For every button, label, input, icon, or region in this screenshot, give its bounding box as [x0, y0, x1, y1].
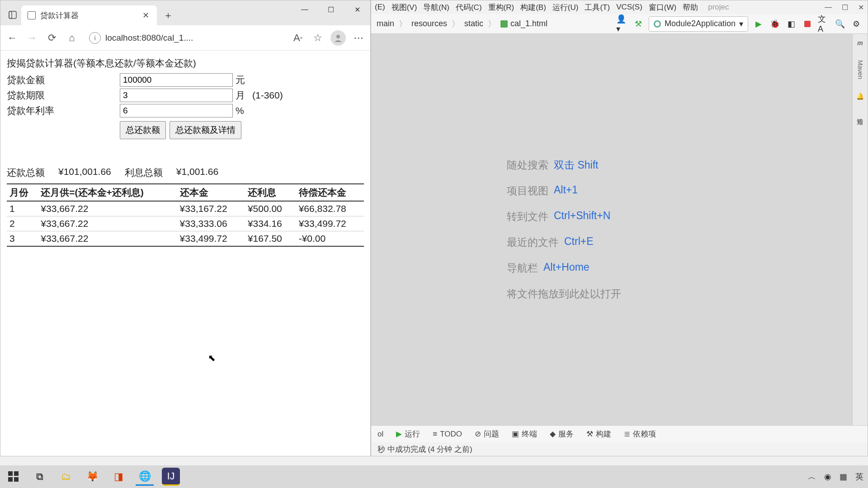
run-config-selector[interactable]: Module2Application ▾: [649, 16, 748, 32]
read-aloud-icon[interactable]: A»: [291, 31, 305, 45]
edge-icon[interactable]: 🌐: [136, 468, 154, 486]
minimize-icon[interactable]: —: [292, 0, 318, 19]
calc-total-button[interactable]: 总还款额: [120, 121, 166, 139]
button-row: 总还款额 总还款额及详情: [7, 121, 364, 139]
more-icon[interactable]: ⋯: [351, 31, 366, 45]
menu-item[interactable]: 视图(V): [392, 2, 417, 13]
table-header-row: 月份还月供=(还本金+还利息)还本金还利息待偿还本金: [7, 184, 364, 201]
breadcrumb[interactable]: static: [464, 19, 483, 28]
table-row: 1¥33,667.22¥33,167.22¥500.00¥66,832.78: [7, 201, 364, 216]
ide-maximize-icon[interactable]: ☐: [842, 3, 848, 12]
menu-item[interactable]: 代码(C): [456, 2, 482, 13]
intellij-icon[interactable]: IJ: [162, 468, 180, 486]
file-explorer-icon[interactable]: 🗂: [57, 468, 75, 486]
maven-icon[interactable]: m: [857, 39, 863, 47]
settings-icon[interactable]: ⚙: [850, 18, 862, 30]
svg-rect-3: [500, 20, 508, 28]
chevron-up-icon[interactable]: ︿: [808, 471, 816, 482]
profile-avatar-icon[interactable]: [330, 30, 346, 46]
user-icon[interactable]: 👤▾: [616, 18, 628, 30]
run-tool-button[interactable]: ▶运行: [396, 429, 420, 439]
label-rate: 贷款年利率: [7, 104, 120, 117]
close-icon[interactable]: ✕: [344, 0, 370, 19]
hint-line: 导航栏Alt+Home: [507, 261, 590, 275]
menu-item[interactable]: 导航(N): [423, 2, 449, 13]
tab-strip: 贷款计算器 ✕ ＋: [0, 0, 177, 25]
address-bar[interactable]: i localhost:8080/cal_1....: [85, 32, 285, 44]
task-view-icon[interactable]: ⧉: [31, 468, 49, 486]
table-cell: ¥33,667.22: [38, 231, 177, 247]
hammer-icon[interactable]: ⚒: [632, 18, 644, 30]
hint-line: 随处搜索双击 Shift: [507, 158, 598, 172]
tab-actions-icon[interactable]: [4, 6, 21, 23]
terminal-icon: ▣: [512, 429, 519, 439]
menu-item[interactable]: 窗口(W): [649, 2, 676, 13]
maximize-icon[interactable]: ☐: [318, 0, 344, 19]
input-term[interactable]: [120, 89, 233, 102]
office-icon[interactable]: ◨: [109, 468, 127, 486]
maven-label[interactable]: Maven: [857, 60, 864, 79]
debug-icon[interactable]: 🐞: [769, 18, 781, 30]
browser-toolbar: ← → ⟳ ⌂ i localhost:8080/cal_1.... A» ☆ …: [0, 25, 370, 51]
menu-item[interactable]: 运行(U): [552, 2, 579, 13]
page-icon: [28, 11, 36, 19]
menu-item[interactable]: 重构(R): [488, 2, 514, 13]
bell-icon[interactable]: 🔔: [856, 93, 864, 100]
menu-item[interactable]: (E): [375, 3, 385, 12]
ide-close-icon[interactable]: ✕: [858, 3, 864, 12]
form-row-term: 贷款期限 月 (1-360): [7, 88, 364, 103]
search-icon[interactable]: 🔍: [834, 18, 846, 30]
browser-titlebar: 贷款计算器 ✕ ＋ — ☐ ✕: [0, 0, 370, 25]
menu-item[interactable]: VCS(S): [616, 3, 642, 12]
todo-tool-button[interactable]: ≡TODO: [433, 430, 462, 439]
coverage-icon[interactable]: ◧: [785, 18, 797, 30]
chevron-right-icon: 〉: [452, 19, 460, 29]
deps-tool-button[interactable]: ≣依赖项: [624, 429, 656, 439]
table-body: 1¥33,667.22¥33,167.22¥500.00¥66,832.782¥…: [7, 201, 364, 246]
svg-rect-7: [14, 477, 19, 482]
shortcut-key: Ctrl+E: [564, 235, 594, 249]
refresh-icon[interactable]: ⟳: [45, 31, 59, 45]
breadcrumb[interactable]: main: [377, 19, 394, 28]
unit-amount: 元: [236, 74, 245, 86]
ide-toolbar: main 〉 resources 〉 static 〉 cal_1.html 👤…: [371, 14, 868, 34]
problems-tool-button[interactable]: ⊘问题: [475, 429, 499, 439]
calc-detail-button[interactable]: 总还款额及详情: [170, 121, 241, 139]
deps-icon: ≣: [624, 429, 630, 439]
services-tool-button[interactable]: ◆服务: [550, 429, 574, 439]
grid-icon[interactable]: ▦: [840, 472, 847, 482]
firefox-icon[interactable]: 🦊: [83, 468, 101, 486]
table-row: 3¥33,667.22¥33,499.72¥167.50-¥0.00: [7, 231, 364, 247]
home-icon[interactable]: ⌂: [65, 31, 79, 45]
ime-label[interactable]: 英: [855, 471, 863, 482]
browser-tab[interactable]: 贷款计算器 ✕: [21, 5, 157, 25]
input-rate[interactable]: [120, 104, 233, 117]
table-header: 月份: [7, 184, 38, 201]
start-icon[interactable]: [5, 468, 23, 486]
tab-close-icon[interactable]: ✕: [141, 10, 151, 20]
translate-icon[interactable]: 文A: [818, 18, 830, 30]
svg-point-2: [336, 35, 340, 38]
back-icon[interactable]: ←: [5, 31, 19, 45]
breadcrumb[interactable]: cal_1.html: [500, 19, 547, 28]
obs-icon[interactable]: ◉: [824, 472, 831, 482]
breadcrumb[interactable]: resources: [411, 19, 447, 28]
favorite-icon[interactable]: ☆: [311, 31, 325, 45]
input-amount[interactable]: [120, 73, 233, 87]
url-text: localhost:8080/cal_1....: [105, 33, 281, 43]
build-tool-button[interactable]: ⚒构建: [586, 429, 611, 439]
tool-left-label[interactable]: ol: [377, 430, 383, 439]
new-tab-button[interactable]: ＋: [160, 7, 177, 24]
site-info-icon[interactable]: i: [89, 32, 101, 44]
forward-icon[interactable]: →: [25, 31, 39, 45]
run-config-label: Module2Application: [665, 19, 736, 28]
hint-line: 转到文件Ctrl+Shift+N: [507, 210, 610, 224]
menu-item[interactable]: 帮助: [683, 2, 698, 13]
menu-item[interactable]: 工具(T): [585, 2, 610, 13]
stop-icon[interactable]: [802, 18, 813, 30]
terminal-tool-button[interactable]: ▣终端: [512, 429, 537, 439]
run-icon[interactable]: ▶: [753, 18, 764, 30]
windows-taskbar: ⧉ 🗂 🦊 ◨ 🌐 IJ ︿ ◉ ▦ 英: [0, 465, 868, 488]
ide-minimize-icon[interactable]: —: [825, 3, 832, 12]
menu-item[interactable]: 构建(B): [520, 2, 546, 13]
